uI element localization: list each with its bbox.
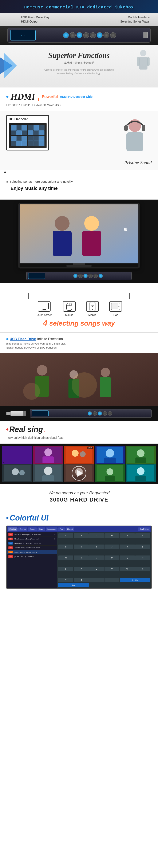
play-button-overlay[interactable]: [64, 464, 94, 482]
key-i[interactable]: I: [89, 545, 104, 549]
usb-mini-btn-2[interactable]: [93, 411, 97, 415]
key-b[interactable]: B: [74, 533, 89, 538]
svg-rect-10: [20, 205, 138, 264]
ui-tab-search[interactable]: Search: [18, 527, 28, 531]
key-g[interactable]: G: [58, 545, 73, 549]
svg-rect-14: [82, 231, 101, 256]
play-circle[interactable]: [72, 466, 86, 481]
mini-btn-2[interactable]: [78, 274, 83, 278]
key-double[interactable]: Double: [120, 578, 150, 582]
mini-btn-5[interactable]: [94, 274, 98, 278]
gallery-cell-7: [33, 464, 63, 482]
key-m[interactable]: M: [58, 556, 73, 560]
svg-point-47: [137, 450, 145, 457]
device-display: KTV: [10, 30, 36, 40]
gallery-person-svg: [34, 446, 63, 463]
selector-icons-section: Touch screen Mouse: [0, 283, 158, 332]
svg-rect-12: [53, 231, 72, 256]
key-n[interactable]: N: [74, 556, 89, 560]
usb-mini-btn-3[interactable]: [98, 411, 102, 415]
ui-tab-language[interactable]: Language: [46, 527, 58, 531]
decoder-box: HD Decoder: [6, 115, 49, 151]
usb-mini-buttons: [50, 411, 150, 415]
key-y[interactable]: Y: [58, 578, 73, 582]
device-btn-8[interactable]: [110, 32, 116, 38]
ui-song-row-1[interactable]: EN God Must Have Spent.. A..Sync We 23: [7, 532, 57, 537]
device-btn-3[interactable]: [76, 32, 83, 38]
device-btn-7[interactable]: [103, 32, 109, 38]
usb-mini-btn-4[interactable]: [103, 411, 107, 415]
mini-device-display: [28, 273, 45, 279]
ui-song-row-5[interactable]: EN (I Just) Died In Your In...Briens: [7, 550, 57, 554]
key-a[interactable]: A: [58, 533, 73, 538]
mini-btn-1[interactable]: [73, 274, 77, 278]
gallery-svg-10: [126, 465, 155, 481]
play-triangle: [77, 469, 83, 477]
svg-rect-34: [100, 377, 111, 397]
colorful-title-text: Colorful UI: [10, 514, 49, 522]
chip-cell: [28, 141, 33, 146]
key-d[interactable]: D: [104, 533, 120, 538]
mini-btn-4[interactable]: [89, 274, 93, 278]
ui-song-row-2[interactable]: EN (He's Somehow Been) A...At Last 26: [7, 537, 57, 541]
svg-rect-9: [142, 125, 145, 131]
mini-btn-3[interactable]: [84, 274, 88, 278]
key-p[interactable]: P: [104, 556, 120, 560]
gallery-cell-1: [2, 446, 32, 464]
ui-tab-style[interactable]: Style: [37, 527, 45, 531]
key-w[interactable]: W: [120, 567, 135, 571]
device-btn-1[interactable]: [63, 32, 69, 38]
mini-btn-6[interactable]: [99, 274, 103, 278]
key-j[interactable]: J: [104, 545, 120, 549]
key-k[interactable]: K: [120, 545, 135, 549]
key-v[interactable]: V: [104, 567, 120, 571]
device-below-tv: [0, 272, 158, 283]
key-e[interactable]: E: [120, 533, 135, 538]
icons-row: Touch screen Mouse: [4, 301, 154, 316]
dot-accent: [6, 96, 8, 98]
svg-point-26: [119, 306, 120, 307]
device-btn-4[interactable]: [83, 32, 89, 38]
key-h[interactable]: H: [74, 545, 89, 549]
ui-tab-english[interactable]: English: [8, 527, 18, 531]
tv-screen: 最好把烦恼忘了: [20, 205, 138, 264]
svg-point-13: [84, 216, 99, 231]
tv-scene-svg: 最好把烦恼忘了: [20, 205, 138, 264]
svg-rect-8: [124, 125, 128, 131]
selecting-bullet: ▪ Selecting songs more convenient and qu…: [6, 180, 152, 184]
key-u[interactable]: U: [89, 567, 104, 571]
device-btn-6[interactable]: [97, 32, 103, 38]
four-text: selecting songs way: [48, 319, 115, 327]
spacer: [0, 170, 158, 175]
key-r[interactable]: R: [135, 556, 150, 560]
ui-tab-rec[interactable]: Rec: [58, 527, 65, 531]
device-btn-2[interactable]: [70, 32, 75, 38]
key-l[interactable]: L: [135, 545, 150, 549]
chip-cell: [33, 136, 39, 141]
svg-point-59: [106, 468, 113, 475]
key-s[interactable]: S: [58, 567, 73, 571]
key-c[interactable]: C: [89, 533, 104, 538]
device-btn-5[interactable]: [90, 32, 96, 38]
usb-drive: [6, 411, 26, 416]
key-o[interactable]: O: [89, 556, 104, 560]
key-f[interactable]: F: [135, 533, 150, 538]
key-q[interactable]: Q: [120, 556, 135, 560]
ui-tab-singer[interactable]: Singer: [28, 527, 37, 531]
mobile-label: Mobile: [89, 313, 96, 316]
gallery-svg-7: [34, 465, 63, 481]
ui-song-row-3[interactable]: EN (How Much Is That) Dog... Page, Pe: [7, 541, 57, 546]
usb-mini-btn-1[interactable]: [88, 411, 92, 415]
svg-point-50: [12, 468, 19, 475]
touchscreen-icon-box: [38, 301, 51, 312]
key-z[interactable]: Z: [74, 578, 89, 582]
usb-highlight-text: USB Flash Drive: [10, 337, 36, 341]
usb-mini-btn-5[interactable]: [108, 411, 112, 415]
chip-cell: [28, 125, 33, 130]
ui-song-row-4[interactable]: EN I Can't Get No) Satisfac..tr..Britney: [7, 546, 57, 550]
key-que[interactable]: Que: [58, 583, 89, 587]
ui-song-row-6[interactable]: EN (In The Time Of)...Bill Man...: [7, 554, 57, 559]
key-x[interactable]: X: [135, 567, 150, 571]
key-t[interactable]: T: [74, 567, 89, 571]
ui-tab-mylist[interactable]: MyList: [65, 527, 74, 531]
